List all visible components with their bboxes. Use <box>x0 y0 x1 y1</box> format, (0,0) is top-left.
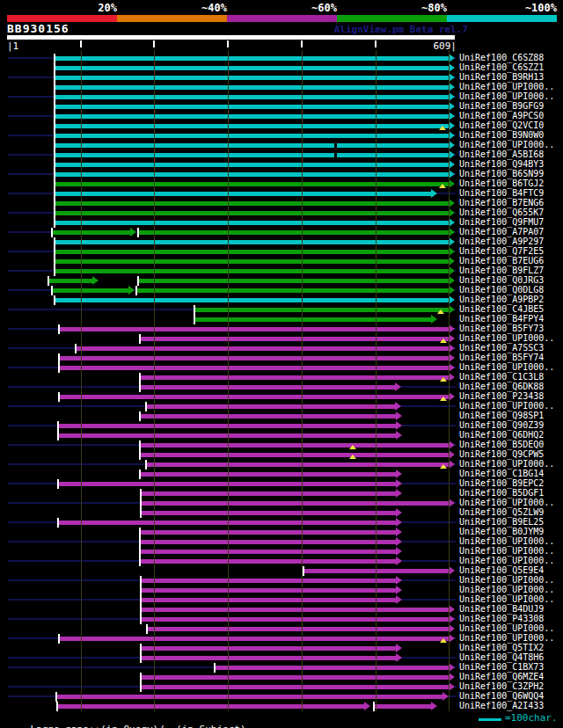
hit-label[interactable]: UniRef100_B9FLZ7 <box>459 266 544 275</box>
segment-start-tick <box>54 218 55 228</box>
hit-label[interactable]: UniRef100_A9PBP2 <box>459 295 544 304</box>
hit-label[interactable]: UniRef100_C6SZZ1 <box>459 62 544 72</box>
gap-legend: Large gaps:▲(in Query)/- (in Subject) <box>7 712 246 728</box>
alignment-bar <box>52 288 129 293</box>
hit-label[interactable]: UniRef100_Q5ZLW9 <box>459 507 544 517</box>
segment-start-tick <box>140 508 142 518</box>
hit-label[interactable]: UniRef100_B4FPY4 <box>459 314 544 324</box>
segment-start-tick <box>145 460 147 470</box>
hit-label[interactable]: UniRef100_C4JBE5 <box>459 304 544 314</box>
hit-label[interactable]: UniRef100_C3ZPH2 <box>459 681 544 691</box>
hit-label[interactable]: UniRef100_B6SN99 <box>459 169 544 178</box>
segment-start-tick <box>194 305 195 315</box>
hit-label[interactable]: UniRef100_Q9CPW5 <box>459 449 544 459</box>
hit-label[interactable]: UniRef100_B9EL25 <box>459 517 544 527</box>
hit-label[interactable]: UniRef100_Q6WQQ4 <box>459 691 544 701</box>
segment-start-tick <box>51 286 53 295</box>
hit-label[interactable]: UniRef100_UPI000.. <box>459 333 554 343</box>
hit-label[interactable]: UniRef100_A2I433 <box>459 701 544 710</box>
hit-label[interactable]: UniRef100_B5FY74 <box>459 353 544 362</box>
hit-label[interactable]: UniRef100_Q2VCI0 <box>459 120 544 130</box>
scale-length-legend: =100char. <box>505 712 558 724</box>
alignment-bar <box>55 240 450 244</box>
alignment-bar <box>48 279 93 283</box>
segment-start-tick <box>58 324 60 334</box>
hit-label[interactable]: UniRef100_UPI000.. <box>459 140 554 149</box>
hit-label[interactable]: UniRef100_B9EPC2 <box>459 478 544 488</box>
hit-label[interactable]: UniRef100_UPI000.. <box>459 498 554 507</box>
hit-label[interactable]: UniRef100_UPI000.. <box>459 536 554 546</box>
segment-start-tick <box>54 121 55 131</box>
hit-label[interactable]: UniRef100_C1BX73 <box>459 662 544 672</box>
scale-band-segment <box>447 15 557 22</box>
hit-label[interactable]: UniRef100_Q0JRG3 <box>459 275 544 285</box>
scale-label-100: ~100% <box>525 2 557 14</box>
hit-label[interactable]: UniRef100_P23438 <box>459 391 544 401</box>
hit-label[interactable]: UniRef100_Q94BY3 <box>459 159 544 169</box>
segment-start-tick <box>58 634 60 644</box>
hit-label[interactable]: UniRef100_A9PCS0 <box>459 111 544 120</box>
hit-label[interactable]: UniRef100_B7EUG6 <box>459 256 544 266</box>
alignment-bar <box>140 559 397 564</box>
hit-label[interactable]: UniRef100_UPI000.. <box>459 585 554 594</box>
alignment-bar <box>140 443 450 448</box>
hit-label[interactable]: UniRef100_Q4T8H6 <box>459 652 544 662</box>
hit-label[interactable]: UniRef100_B5DEQ0 <box>459 440 544 449</box>
hit-label[interactable]: UniRef100_A7SSC3 <box>459 343 544 353</box>
hit-label[interactable]: UniRef100_UPI000.. <box>459 91 554 101</box>
alignment-bar <box>140 385 396 389</box>
hit-label[interactable]: UniRef100_A5BI68 <box>459 149 544 159</box>
segment-start-tick <box>54 295 55 305</box>
hit-label[interactable]: UniRef100_B5FY73 <box>459 324 544 333</box>
hit-label[interactable]: UniRef100_UPI000.. <box>459 594 554 604</box>
hit-label[interactable]: UniRef100_C1BG14 <box>459 469 544 478</box>
hit-label[interactable]: UniRef100_B4FTC9 <box>459 188 544 198</box>
hit-label[interactable]: UniRef100_Q9FMU7 <box>459 217 544 227</box>
hit-label[interactable]: UniRef100_Q5E9E4 <box>459 565 544 575</box>
hit-label[interactable]: UniRef100_UPI000.. <box>459 623 554 633</box>
segment-start-tick <box>58 353 60 363</box>
hit-label[interactable]: UniRef100_Q90Z39 <box>459 420 544 430</box>
hit-label[interactable]: UniRef100_B0JYM9 <box>459 527 544 536</box>
hit-label[interactable]: UniRef100_UPI000.. <box>459 459 554 469</box>
hit-label[interactable]: UniRef100_B9GFG9 <box>459 101 544 111</box>
alignment-bar <box>141 656 396 660</box>
hit-label[interactable]: UniRef100_UPI000.. <box>459 633 554 643</box>
segment-start-tick <box>140 682 142 692</box>
hit-label[interactable]: UniRef100_Q7F2E5 <box>459 246 544 256</box>
hit-label[interactable]: UniRef100_B7ENG6 <box>459 198 544 207</box>
segment-start-tick <box>58 392 60 402</box>
hit-label[interactable]: UniRef100_UPI000.. <box>459 401 554 411</box>
hit-label[interactable]: UniRef100_Q6DHQ2 <box>459 430 544 440</box>
hit-label[interactable]: UniRef100_A7PA07 <box>459 227 544 237</box>
segment-start-tick <box>54 54 55 63</box>
alignment-bar <box>55 114 450 119</box>
hit-label[interactable]: UniRef100_Q655K7 <box>459 207 544 217</box>
segment-start-tick <box>54 83 55 92</box>
hit-label[interactable]: UniRef100_B6TGJ2 <box>459 178 544 188</box>
segment-start-tick <box>139 537 141 547</box>
scale-band-segment <box>7 15 117 22</box>
hit-label[interactable]: UniRef100_A9P297 <box>459 237 544 246</box>
hit-label[interactable]: UniRef100_Q0DLG8 <box>459 285 544 295</box>
hit-label[interactable]: UniRef100_C1C3L8 <box>459 372 544 382</box>
hit-label[interactable]: UniRef100_P43308 <box>459 614 544 623</box>
hit-label[interactable]: UniRef100_B9RH13 <box>459 72 544 82</box>
hit-label[interactable]: UniRef100_B4DUJ9 <box>459 604 544 614</box>
segment-end-arrow-icon <box>396 431 402 440</box>
hit-label[interactable]: UniRef100_UPI000.. <box>459 556 554 565</box>
hit-label[interactable]: UniRef100_Q6DK88 <box>459 382 544 391</box>
hit-label[interactable]: UniRef100_B5DGF1 <box>459 488 544 498</box>
segment-start-tick <box>51 228 53 237</box>
hit-label[interactable]: UniRef100_UPI000.. <box>459 362 554 372</box>
hit-label[interactable]: UniRef100_C6SZ88 <box>459 53 544 62</box>
hit-label[interactable]: UniRef100_Q5TIX2 <box>459 643 544 652</box>
gap-in-query-marker-icon <box>437 309 444 314</box>
alignment-bar <box>55 124 450 128</box>
hit-label[interactable]: UniRef100_UPI000.. <box>459 575 554 585</box>
hit-label[interactable]: UniRef100_UPI000.. <box>459 82 554 91</box>
hit-label[interactable]: UniRef100_Q6MZE4 <box>459 672 544 681</box>
hit-label[interactable]: UniRef100_B9N0W0 <box>459 130 544 140</box>
hit-label[interactable]: UniRef100_Q98SP1 <box>459 411 544 420</box>
hit-label[interactable]: UniRef100_UPI000.. <box>459 546 554 556</box>
